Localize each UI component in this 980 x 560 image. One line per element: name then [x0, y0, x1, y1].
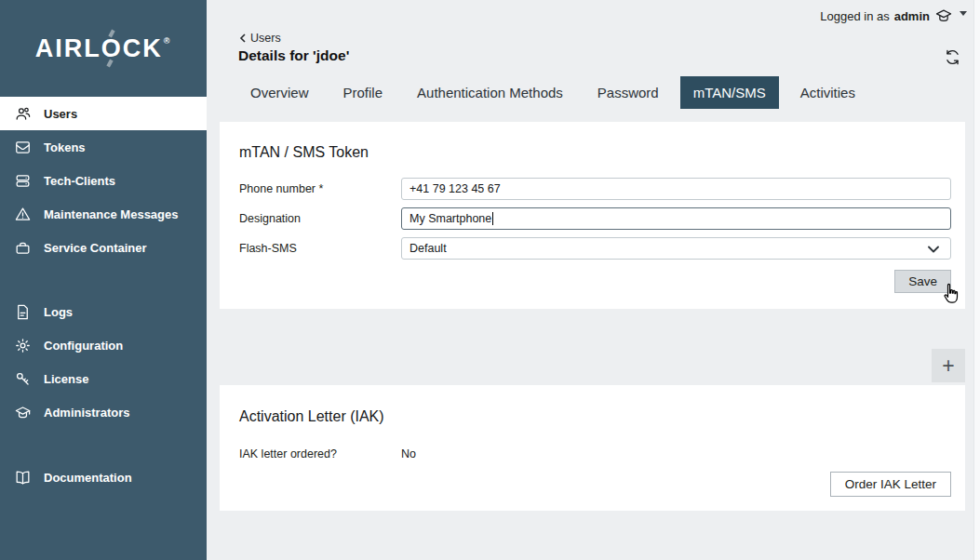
tab-password[interactable]: Password	[584, 76, 672, 109]
breadcrumb-label: Users	[250, 32, 281, 45]
sidebar-item-label: Tech-Clients	[44, 174, 115, 188]
sidebar: AIRLOCK® Users Tokens Tech-Clients Maint…	[0, 0, 207, 560]
sidebar-item-label: Configuration	[44, 339, 123, 353]
logo-letter-o: O	[101, 34, 123, 63]
refresh-icon	[944, 48, 961, 66]
phone-number-row: Phone number *	[239, 178, 951, 200]
designation-field[interactable]: My Smartphone	[401, 207, 951, 230]
page-header: Users Details for 'jdoe'	[207, 32, 980, 64]
iak-ordered-row: IAK letter ordered? No	[239, 447, 951, 460]
sidebar-item-label: Users	[44, 107, 77, 121]
gear-icon	[14, 337, 32, 354]
sidebar-item-label: Maintenance Messages	[44, 207, 179, 221]
order-row: Order IAK Letter	[239, 472, 951, 497]
chevron-left-icon	[238, 33, 248, 43]
sidebar-item-tokens[interactable]: Tokens	[0, 130, 207, 164]
phone-number-field[interactable]	[401, 178, 951, 200]
warning-triangle-icon	[14, 206, 32, 223]
graduation-cap-icon[interactable]	[934, 7, 953, 25]
add-token-button[interactable]: +	[932, 349, 965, 382]
sidebar-group-gap	[0, 264, 207, 295]
iak-ordered-value: No	[401, 447, 416, 460]
tokens-icon	[14, 139, 32, 156]
tech-clients-icon	[14, 172, 32, 190]
scrollbar-track[interactable]	[973, 0, 980, 560]
sidebar-item-users[interactable]: Users	[0, 97, 207, 130]
designation-value: My Smartphone	[409, 212, 491, 225]
flash-sms-selected-value: Default	[409, 242, 447, 255]
sidebar-item-label: Tokens	[44, 140, 86, 154]
sidebar-item-label: Documentation	[44, 471, 132, 485]
tab-overview[interactable]: Overview	[237, 76, 322, 109]
sidebar-item-tech-clients[interactable]: Tech-Clients	[0, 164, 207, 197]
designation-row: Designation My Smartphone	[239, 207, 951, 230]
text-caret	[492, 212, 493, 225]
phone-number-label: Phone number *	[239, 182, 401, 195]
sidebar-item-administrators[interactable]: Administrators	[0, 395, 207, 429]
designation-label: Designation	[239, 212, 401, 225]
sidebar-item-maintenance-messages[interactable]: Maintenance Messages	[0, 197, 207, 231]
main-content: Logged in as admin Users Details for 'jd…	[207, 0, 980, 560]
mouse-pointer-hand-icon	[941, 283, 961, 305]
airlock-logo: AIRLOCK®	[35, 34, 172, 63]
document-icon	[14, 303, 32, 321]
refresh-button[interactable]	[944, 48, 961, 70]
user-menu-caret-icon[interactable]	[960, 11, 967, 16]
chevron-down-icon	[928, 245, 939, 254]
iak-ordered-label: IAK letter ordered?	[239, 447, 401, 460]
topbar: Logged in as admin	[207, 0, 980, 32]
breadcrumb[interactable]: Users	[238, 32, 980, 45]
sidebar-item-service-container[interactable]: Service Container	[0, 231, 207, 264]
save-row: Save	[239, 270, 951, 293]
tab-mtan-sms[interactable]: mTAN/SMS	[680, 76, 779, 109]
flash-sms-select[interactable]: Default	[401, 237, 951, 260]
flash-sms-row: Flash-SMS Default	[239, 237, 951, 260]
activation-letter-card: Activation Letter (IAK) IAK letter order…	[220, 385, 965, 511]
logged-in-username: admin	[894, 9, 930, 23]
graduation-cap-icon	[14, 404, 32, 421]
logo-registered-mark: ®	[164, 36, 172, 46]
tab-authentication-methods[interactable]: Authentication Methods	[404, 76, 576, 109]
order-iak-letter-button[interactable]: Order IAK Letter	[830, 472, 951, 497]
key-icon	[14, 370, 32, 388]
logged-in-text: Logged in as	[820, 9, 889, 23]
sidebar-group-gap	[0, 429, 207, 460]
sidebar-item-label: Logs	[44, 305, 73, 319]
card-title: Activation Letter (IAK)	[239, 408, 951, 425]
sidebar-item-label: Administrators	[44, 406, 129, 420]
mtan-sms-token-card: mTAN / SMS Token Phone number * Designat…	[220, 122, 965, 309]
tab-bar: Overview Profile Authentication Methods …	[207, 76, 980, 109]
logo-text-right: CK	[123, 34, 163, 63]
users-icon	[14, 105, 32, 123]
tab-activities[interactable]: Activities	[787, 76, 868, 109]
tab-profile[interactable]: Profile	[330, 76, 396, 109]
flash-sms-label: Flash-SMS	[239, 242, 401, 255]
token-form: Phone number * Designation My Smartphone…	[239, 178, 951, 260]
sidebar-item-license[interactable]: License	[0, 362, 207, 395]
service-container-icon	[14, 239, 32, 257]
sidebar-item-configuration[interactable]: Configuration	[0, 328, 207, 362]
app-logo: AIRLOCK®	[0, 0, 207, 97]
open-book-icon	[14, 469, 32, 487]
sidebar-item-documentation[interactable]: Documentation	[0, 460, 207, 494]
page-title: Details for 'jdoe'	[238, 47, 980, 64]
card-title: mTAN / SMS Token	[239, 144, 951, 161]
sidebar-item-label: License	[44, 372, 88, 386]
sidebar-item-label: Service Container	[44, 241, 147, 255]
sidebar-item-logs[interactable]: Logs	[0, 295, 207, 328]
logo-text-left: AIRL	[35, 34, 101, 63]
